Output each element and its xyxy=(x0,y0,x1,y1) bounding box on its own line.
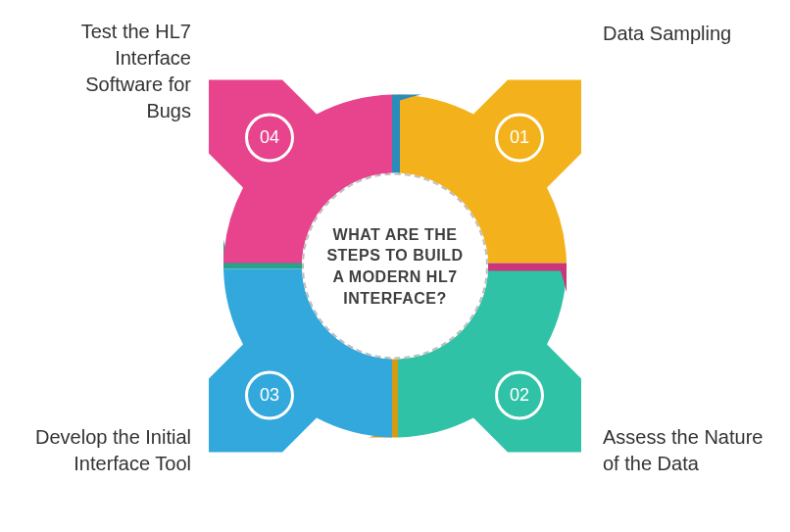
step-label-03-text: Develop the Initial Interface Tool xyxy=(35,425,191,473)
step-number-03: 03 xyxy=(245,370,294,419)
step-label-02: Assess the Nature of the Data xyxy=(603,423,779,476)
step-label-02-text: Assess the Nature of the Data xyxy=(603,425,763,473)
hl7-steps-diagram: WHAT ARE THE STEPS TO BUILD A MODERN HL7… xyxy=(0,0,790,532)
step-number-04-text: 04 xyxy=(260,127,279,148)
step-number-03-text: 03 xyxy=(260,385,279,406)
step-number-02: 02 xyxy=(495,370,544,419)
step-number-01-text: 01 xyxy=(510,127,529,148)
step-number-02-text: 02 xyxy=(510,385,529,406)
step-label-04: Test the HL7 Interface Software for Bugs xyxy=(39,18,191,123)
step-label-01: Data Sampling xyxy=(603,20,769,46)
center-circle: WHAT ARE THE STEPS TO BUILD A MODERN HL7… xyxy=(302,173,488,360)
step-label-03: Develop the Initial Interface Tool xyxy=(15,423,191,476)
step-label-01-text: Data Sampling xyxy=(603,22,731,43)
step-number-01: 01 xyxy=(495,113,544,162)
center-title: WHAT ARE THE STEPS TO BUILD A MODERN HL7… xyxy=(321,223,469,308)
step-number-04: 04 xyxy=(245,113,294,162)
